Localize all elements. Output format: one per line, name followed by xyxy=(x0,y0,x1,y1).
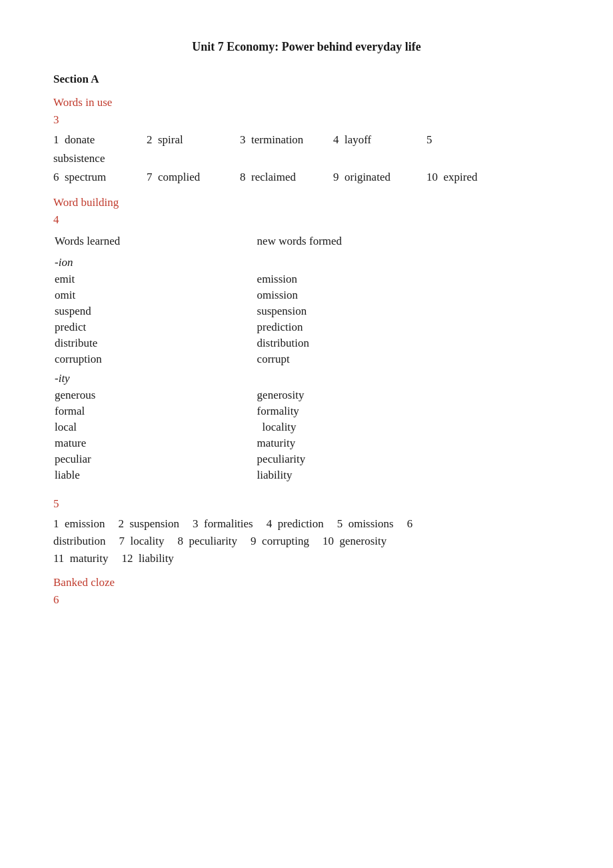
words-in-use-row-subsistence: subsistence xyxy=(53,152,560,165)
word-item-subsistence: subsistence xyxy=(53,152,127,165)
section-number-3: 3 xyxy=(53,113,560,127)
table-row: local locality xyxy=(55,420,558,435)
words-in-use-row-2: 6 spectrum 7 complied 8 reclaimed 9 orig… xyxy=(53,171,560,184)
formed-locality: locality xyxy=(257,420,558,435)
table-row: suspend suspension xyxy=(55,304,558,319)
learned-suspend: suspend xyxy=(55,304,256,319)
formed-peculiarity: peculiarity xyxy=(257,452,558,467)
word-item-6: 6 spectrum xyxy=(53,171,127,184)
table-row: formal formality xyxy=(55,404,558,419)
col-learned-header: Words learned xyxy=(55,235,256,251)
words-in-use-row-1: 1 donate 2 spiral 3 termination 4 layoff… xyxy=(53,133,560,147)
table-row: distribute distribution xyxy=(55,336,558,351)
s5-item-10: 10 generosity xyxy=(322,535,386,548)
s5-item-distribution: distribution xyxy=(53,535,105,548)
section-5-row-1: 1 emission 2 suspension 3 formalities 4 … xyxy=(53,517,560,531)
suffix-ity-label: -ity xyxy=(55,368,558,387)
table-row: peculiar peculiarity xyxy=(55,452,558,467)
learned-mature: mature xyxy=(55,436,256,451)
s5-item-9: 9 corrupting xyxy=(251,535,309,548)
table-row: emit emission xyxy=(55,272,558,287)
formed-corrupt: corrupt xyxy=(257,352,558,367)
section-number-6: 6 xyxy=(53,593,560,607)
word-item-1: 1 donate xyxy=(53,133,127,147)
word-item-7: 7 complied xyxy=(147,171,220,184)
table-row: mature maturity xyxy=(55,436,558,451)
section-number-5: 5 xyxy=(53,497,560,511)
table-row: generous generosity xyxy=(55,388,558,403)
learned-distribute: distribute xyxy=(55,336,256,351)
word-item-5: 5 xyxy=(426,133,500,147)
words-in-use-heading: Words in use xyxy=(53,96,560,109)
word-building-table: Words learned new words formed -ion emit… xyxy=(53,233,560,484)
formed-omission: omission xyxy=(257,288,558,303)
formed-emission: emission xyxy=(257,272,558,287)
learned-generous: generous xyxy=(55,388,256,403)
word-item-3: 3 termination xyxy=(240,133,313,147)
formed-suspension: suspension xyxy=(257,304,558,319)
suffix-ion-row: -ion xyxy=(55,252,558,271)
table-row: predict prediction xyxy=(55,320,558,335)
word-item-2: 2 spiral xyxy=(147,133,220,147)
s5-item-2: 2 suspension xyxy=(118,517,179,531)
s5-item-1: 1 emission xyxy=(53,517,105,531)
table-row: omit omission xyxy=(55,288,558,303)
learned-liable: liable xyxy=(55,468,256,483)
learned-emit: emit xyxy=(55,272,256,287)
word-building-heading: Word building xyxy=(53,196,560,209)
learned-formal: formal xyxy=(55,404,256,419)
s5-item-11: 11 maturity xyxy=(53,552,108,565)
s5-item-7: 7 locality xyxy=(119,535,164,548)
section-5-row-2: distribution 7 locality 8 peculiarity 9 … xyxy=(53,535,560,548)
table-row: liable liability xyxy=(55,468,558,483)
word-item-9: 9 originated xyxy=(333,171,406,184)
section-5-row-3: 11 maturity 12 liability xyxy=(53,552,560,565)
table-row: corruption corrupt xyxy=(55,352,558,367)
formed-distribution: distribution xyxy=(257,336,558,351)
learned-peculiar: peculiar xyxy=(55,452,256,467)
formed-liability: liability xyxy=(257,468,558,483)
suffix-ion-label: -ion xyxy=(55,252,558,271)
section-a-label: Section A xyxy=(53,73,560,86)
formed-formality: formality xyxy=(257,404,558,419)
learned-omit: omit xyxy=(55,288,256,303)
page-title: Unit 7 Economy: Power behind everyday li… xyxy=(53,40,560,54)
col-formed-header: new words formed xyxy=(257,235,558,251)
s5-item-12: 12 liability xyxy=(121,552,173,565)
s5-item-6: 6 xyxy=(407,517,413,531)
section-number-4: 4 xyxy=(53,213,560,227)
suffix-ity-row: -ity xyxy=(55,368,558,387)
s5-item-3: 3 formalities xyxy=(193,517,253,531)
learned-predict: predict xyxy=(55,320,256,335)
s5-item-5: 5 omissions xyxy=(337,517,394,531)
word-item-4: 4 layoff xyxy=(333,133,406,147)
s5-item-4: 4 prediction xyxy=(267,517,324,531)
learned-corruption: corruption xyxy=(55,352,256,367)
learned-local: local xyxy=(55,420,256,435)
word-item-10: 10 expired xyxy=(426,171,500,184)
word-item-8: 8 reclaimed xyxy=(240,171,313,184)
s5-item-8: 8 peculiarity xyxy=(177,535,237,548)
formed-maturity: maturity xyxy=(257,436,558,451)
formed-generosity: generosity xyxy=(257,388,558,403)
formed-prediction: prediction xyxy=(257,320,558,335)
banked-cloze-heading: Banked cloze xyxy=(53,576,560,589)
